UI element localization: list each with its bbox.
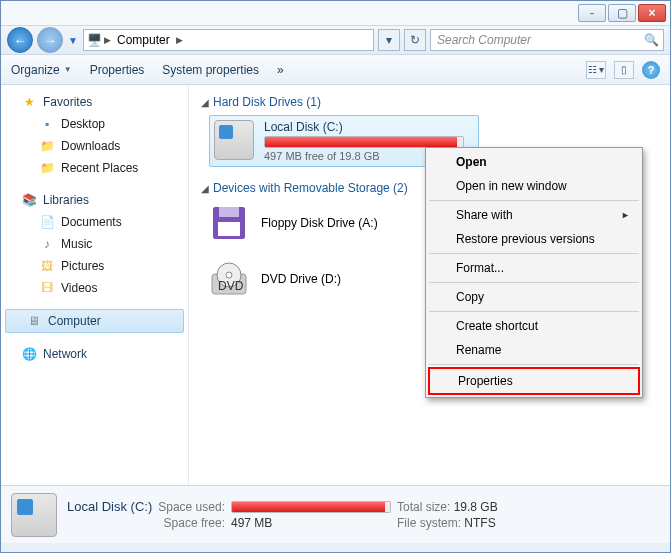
drive-name: Local Disk (C:) — [264, 120, 474, 136]
svg-point-5 — [226, 272, 232, 278]
toolbar-overflow[interactable]: » — [277, 63, 284, 77]
sidebar-item-documents[interactable]: 📄Documents — [1, 211, 188, 233]
music-icon: ♪ — [39, 236, 55, 252]
computer-icon: 🖥 — [26, 313, 42, 329]
folder-icon: 📁 — [39, 138, 55, 154]
folder-icon: 📁 — [39, 160, 55, 176]
dvd-icon: DVD — [209, 259, 249, 299]
search-placeholder: Search Computer — [437, 33, 531, 47]
cm-rename[interactable]: Rename — [428, 338, 640, 362]
floppy-label: Floppy Disk Drive (A:) — [261, 216, 378, 230]
sidebar-item-videos[interactable]: 🎞Videos — [1, 277, 188, 299]
cm-properties[interactable]: Properties — [428, 367, 640, 395]
sidebar-item-recent[interactable]: 📁Recent Places — [1, 157, 188, 179]
sidebar-computer[interactable]: 🖥Computer — [5, 309, 184, 333]
search-input[interactable]: Search Computer 🔍 — [430, 29, 664, 51]
preview-pane-button[interactable]: ▯ — [614, 61, 634, 79]
sidebar-item-downloads[interactable]: 📁Downloads — [1, 135, 188, 157]
filesystem-value: NTFS — [464, 516, 495, 530]
pictures-icon: 🖼 — [39, 258, 55, 274]
details-pane: Local Disk (C:) Space used: Total size: … — [1, 485, 670, 543]
cm-format[interactable]: Format... — [428, 256, 640, 280]
network-icon: 🌐 — [21, 346, 37, 362]
drive-icon — [214, 120, 254, 160]
details-usage-bar — [231, 501, 391, 513]
total-size-value: 19.8 GB — [454, 500, 498, 514]
view-options-button[interactable]: ☷ ▾ — [586, 61, 606, 79]
context-menu: Open Open in new window Share with Resto… — [425, 147, 643, 398]
separator — [429, 253, 639, 254]
organize-menu[interactable]: Organize▼ — [11, 63, 72, 77]
details-title: Local Disk (C:) — [67, 499, 152, 514]
cm-copy[interactable]: Copy — [428, 285, 640, 309]
videos-icon: 🎞 — [39, 280, 55, 296]
title-bar: - ▢ × — [1, 1, 670, 25]
properties-button[interactable]: Properties — [90, 63, 145, 77]
collapse-icon: ◢ — [201, 97, 209, 108]
address-dropdown[interactable]: ▾ — [378, 29, 400, 51]
maximize-button[interactable]: ▢ — [608, 4, 636, 22]
desktop-icon: ▪ — [39, 116, 55, 132]
filesystem-label: File system: — [397, 516, 461, 530]
space-free-label: Space free: — [158, 516, 225, 530]
star-icon: ★ — [21, 94, 37, 110]
refresh-button[interactable]: ↻ — [404, 29, 426, 51]
forward-button[interactable]: → — [37, 27, 63, 53]
nav-sidebar: ★Favorites ▪Desktop 📁Downloads 📁Recent P… — [1, 85, 189, 485]
separator — [429, 282, 639, 283]
separator — [429, 200, 639, 201]
sidebar-item-desktop[interactable]: ▪Desktop — [1, 113, 188, 135]
history-dropdown[interactable]: ▼ — [67, 35, 79, 46]
address-bar[interactable]: 🖥️ ▶ Computer ▶ — [83, 29, 374, 51]
cm-open[interactable]: Open — [428, 150, 640, 174]
nav-bar: ← → ▼ 🖥️ ▶ Computer ▶ ▾ ↻ Search Compute… — [1, 25, 670, 55]
cm-share-with[interactable]: Share with — [428, 203, 640, 227]
libraries-icon: 📚 — [21, 192, 37, 208]
sidebar-libraries[interactable]: 📚Libraries — [1, 189, 188, 211]
sidebar-network[interactable]: 🌐Network — [1, 343, 188, 365]
separator — [429, 311, 639, 312]
help-button[interactable]: ? — [642, 61, 660, 79]
svg-rect-1 — [219, 207, 239, 217]
collapse-icon: ◢ — [201, 183, 209, 194]
details-drive-icon — [11, 493, 57, 537]
sidebar-item-music[interactable]: ♪Music — [1, 233, 188, 255]
cm-create-shortcut[interactable]: Create shortcut — [428, 314, 640, 338]
documents-icon: 📄 — [39, 214, 55, 230]
dvd-label: DVD Drive (D:) — [261, 272, 341, 286]
chevron-right-icon: ▶ — [102, 35, 113, 45]
svg-text:DVD: DVD — [218, 279, 244, 293]
sidebar-favorites[interactable]: ★Favorites — [1, 91, 188, 113]
hdd-section-header[interactable]: ◢Hard Disk Drives (1) — [201, 95, 658, 109]
search-icon: 🔍 — [644, 33, 659, 47]
svg-rect-2 — [218, 222, 240, 236]
breadcrumb-computer[interactable]: Computer — [113, 33, 174, 47]
separator — [429, 364, 639, 365]
explorer-window: - ▢ × ← → ▼ 🖥️ ▶ Computer ▶ ▾ ↻ Search C… — [0, 0, 671, 553]
sidebar-item-pictures[interactable]: 🖼Pictures — [1, 255, 188, 277]
cm-restore-previous[interactable]: Restore previous versions — [428, 227, 640, 251]
space-used-label: Space used: — [158, 500, 225, 514]
back-button[interactable]: ← — [7, 27, 33, 53]
computer-icon: 🖥️ — [86, 32, 102, 48]
total-size-label: Total size: — [397, 500, 450, 514]
system-properties-button[interactable]: System properties — [162, 63, 259, 77]
floppy-icon — [209, 203, 249, 243]
cm-open-new-window[interactable]: Open in new window — [428, 174, 640, 198]
minimize-button[interactable]: - — [578, 4, 606, 22]
toolbar: Organize▼ Properties System properties »… — [1, 55, 670, 85]
chevron-right-icon: ▶ — [174, 35, 185, 45]
close-button[interactable]: × — [638, 4, 666, 22]
space-free-value: 497 MB — [231, 516, 391, 530]
